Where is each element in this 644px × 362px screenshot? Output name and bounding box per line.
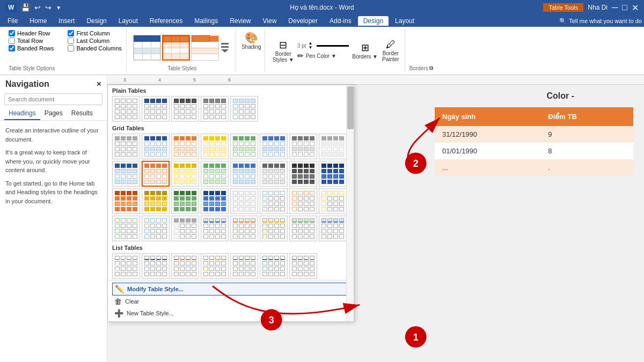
col-ngay-sinh: Ngày sinh bbox=[435, 107, 540, 126]
plain-tables-grid bbox=[108, 95, 354, 123]
grid-table-5-6[interactable] bbox=[319, 216, 347, 241]
borders-btn[interactable]: ⊞ Borders ▼ bbox=[351, 41, 379, 61]
nav-tab-pages[interactable]: Pages bbox=[40, 107, 67, 120]
grid-table-4-2[interactable] bbox=[260, 188, 288, 214]
tab-review[interactable]: Review bbox=[224, 16, 256, 26]
banded-columns-checkbox[interactable]: Banded Columns bbox=[68, 45, 121, 51]
plain-table-5[interactable] bbox=[230, 96, 258, 122]
tab-table-layout[interactable]: Layout bbox=[390, 16, 420, 26]
table-style-preview-1[interactable] bbox=[133, 35, 161, 61]
grid-table-3-1[interactable] bbox=[289, 161, 317, 187]
grid-table-1-2[interactable] bbox=[142, 134, 170, 159]
shading-button[interactable]: 🎨 Shading bbox=[238, 29, 265, 72]
tab-design[interactable]: Design bbox=[81, 16, 112, 26]
grid-table-3-6[interactable] bbox=[201, 188, 229, 214]
tab-developer[interactable]: Developer bbox=[283, 16, 323, 26]
grid-table-1-1[interactable] bbox=[112, 134, 140, 159]
grid-table-2-3-selected[interactable] bbox=[142, 161, 170, 187]
pen-size-row: 3 pt ▲ ▼ bbox=[297, 41, 349, 50]
grid-table-5-5[interactable] bbox=[289, 216, 317, 241]
navigation-close[interactable]: ✕ bbox=[96, 80, 101, 88]
table-style-preview-2[interactable] bbox=[162, 35, 190, 61]
pen-size-arrows[interactable]: ▲ ▼ bbox=[308, 41, 312, 50]
grid-table-5-4[interactable] bbox=[260, 216, 288, 241]
list-table-2[interactable] bbox=[142, 253, 170, 279]
minimize-button[interactable]: ─ bbox=[612, 3, 618, 12]
quick-access-undo[interactable]: ↩ bbox=[34, 3, 41, 12]
tab-table-design[interactable]: Design bbox=[358, 16, 389, 26]
list-table-3[interactable] bbox=[171, 253, 199, 279]
tell-me-input[interactable]: 🔍 Tell me what you want to do bbox=[559, 18, 642, 25]
total-row-checkbox[interactable]: Total Row bbox=[9, 38, 62, 44]
table-styles-expand-btn[interactable] bbox=[220, 42, 230, 54]
grid-table-1-3[interactable] bbox=[171, 134, 199, 159]
modify-table-style-btn[interactable]: ✏️ Modify Table Style... bbox=[112, 283, 349, 295]
grid-table-5-2[interactable] bbox=[201, 216, 229, 241]
plain-table-3[interactable] bbox=[171, 96, 199, 122]
tab-layout[interactable]: Layout bbox=[113, 16, 143, 26]
borders-group-expand[interactable]: ⧉ bbox=[429, 65, 433, 71]
grid-table-1-5[interactable] bbox=[230, 134, 258, 159]
clear-btn[interactable]: 🗑 Clear bbox=[112, 295, 349, 307]
list-table-5[interactable] bbox=[230, 253, 258, 279]
list-table-7[interactable] bbox=[289, 253, 317, 279]
grid-table-2-2[interactable] bbox=[112, 161, 140, 187]
close-button[interactable]: ✕ bbox=[632, 3, 639, 13]
grid-table-3-4[interactable] bbox=[142, 188, 170, 214]
grid-table-2-4[interactable] bbox=[171, 161, 199, 187]
ribbon-tabs: File Home Insert Design Layout Reference… bbox=[0, 15, 644, 27]
table-row: 31/12/1990 9 bbox=[435, 126, 633, 143]
border-styles-btn[interactable]: ⊟ Border Styles ▼ bbox=[272, 38, 295, 64]
banded-rows-checkbox[interactable]: Banded Rows bbox=[9, 45, 62, 51]
plain-table-2[interactable] bbox=[142, 96, 170, 122]
tab-references[interactable]: References bbox=[144, 16, 188, 26]
list-table-4[interactable] bbox=[201, 253, 229, 279]
last-column-checkbox[interactable]: Last Column bbox=[68, 38, 121, 44]
grid-table-2-1[interactable] bbox=[319, 134, 347, 159]
nav-tab-results[interactable]: Results bbox=[67, 107, 97, 120]
grid-table-2-6[interactable] bbox=[230, 161, 258, 187]
restore-button[interactable]: □ bbox=[622, 3, 627, 12]
tab-view[interactable]: View bbox=[258, 16, 282, 26]
grid-table-2-5[interactable] bbox=[201, 161, 229, 187]
list-table-1[interactable] bbox=[112, 253, 140, 279]
grid-table-4-3[interactable] bbox=[289, 188, 317, 214]
new-table-style-btn[interactable]: ➕ New Table Style... bbox=[112, 307, 349, 319]
grid-table-5-3[interactable] bbox=[230, 216, 258, 241]
quick-access-redo[interactable]: ↪ bbox=[45, 3, 52, 12]
pen-color-row[interactable]: ✏ Pen Color ▼ bbox=[297, 51, 349, 60]
grid-table-1-6[interactable] bbox=[260, 134, 288, 159]
nav-tab-headings[interactable]: Headings bbox=[4, 107, 40, 120]
header-row-checkbox[interactable]: Header Row bbox=[9, 30, 62, 36]
nav-search-input[interactable] bbox=[4, 93, 103, 105]
grid-table-2-7[interactable] bbox=[260, 161, 288, 187]
grid-table-3-3[interactable] bbox=[112, 188, 140, 214]
tab-home[interactable]: Home bbox=[24, 16, 52, 26]
panel-scrollbar[interactable] bbox=[346, 85, 354, 321]
grid-table-3-5[interactable] bbox=[171, 188, 199, 214]
tab-insert[interactable]: Insert bbox=[53, 16, 80, 26]
quick-access-save[interactable]: 💾 bbox=[21, 3, 30, 12]
grid-table-4-4[interactable] bbox=[319, 188, 347, 214]
grid-table-4-1[interactable] bbox=[230, 188, 258, 214]
first-column-checkbox[interactable]: First Column bbox=[68, 30, 121, 36]
list-table-6[interactable] bbox=[260, 253, 288, 279]
table-style-preview-3[interactable] bbox=[191, 35, 219, 61]
grid-table-4-6[interactable] bbox=[142, 216, 170, 241]
modify-icon: ✏️ bbox=[115, 285, 124, 293]
tab-addins[interactable]: Add-ins bbox=[324, 16, 357, 26]
plain-table-1[interactable] bbox=[112, 96, 140, 122]
tab-mailings[interactable]: Mailings bbox=[189, 16, 223, 26]
quick-access-customize[interactable]: ▼ bbox=[56, 5, 61, 11]
grid-table-3-2[interactable] bbox=[319, 161, 347, 187]
list-tables-label: List Tables bbox=[108, 242, 354, 252]
grid-table-1-7[interactable] bbox=[289, 134, 317, 159]
plain-table-4[interactable] bbox=[201, 96, 229, 122]
border-painter-btn[interactable]: 🖊 Border Painter bbox=[381, 38, 400, 63]
grid-table-5-1[interactable] bbox=[171, 216, 199, 241]
tab-file[interactable]: File bbox=[2, 16, 23, 26]
cell-date-3: ... bbox=[435, 159, 540, 176]
cell-score-2: 8 bbox=[540, 143, 633, 159]
grid-table-1-4[interactable] bbox=[201, 134, 229, 159]
grid-table-4-5[interactable] bbox=[112, 216, 140, 241]
